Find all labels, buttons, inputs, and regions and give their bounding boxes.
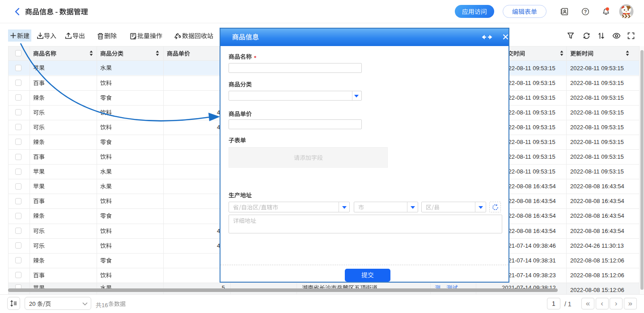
svg-text:?: ? <box>584 9 587 14</box>
